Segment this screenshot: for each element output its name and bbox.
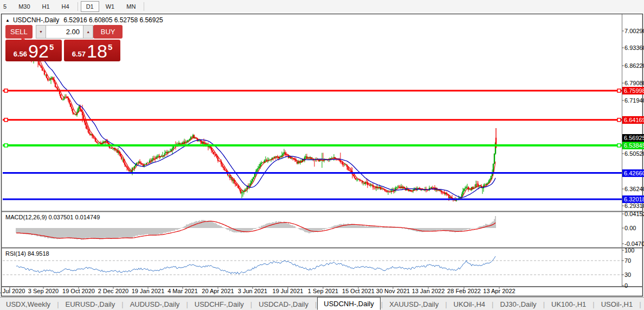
tab-usoil-h1[interactable]: USOil-,H1 xyxy=(595,299,639,310)
timeframe-button-h4[interactable]: H4 xyxy=(56,1,75,12)
volume-input[interactable] xyxy=(46,25,83,39)
level-line-handle[interactable] xyxy=(4,144,8,147)
moving-average-line xyxy=(34,46,495,197)
date-tick-label: 3 Sep 2020 xyxy=(28,288,59,294)
timeframe-button-w1[interactable]: W1 xyxy=(100,1,120,12)
price-label: 6.71940 xyxy=(624,97,644,104)
buy-button[interactable]: BUY xyxy=(93,25,123,39)
rsi-series xyxy=(16,256,495,274)
price-badge: 6.64169 xyxy=(622,116,644,124)
macd-label: 0.041528 xyxy=(624,211,644,217)
timeframe-button-m30[interactable]: M30 xyxy=(13,1,35,12)
buy-price-button[interactable]: 6.57185 xyxy=(64,40,120,61)
date-tick-label: 13 Apr 2022 xyxy=(483,288,515,294)
price-label: 6.86220 xyxy=(624,62,644,69)
rsi-label: 0 xyxy=(624,282,628,289)
buy-price-big: 18 xyxy=(87,42,107,60)
tab-separator: | xyxy=(445,300,447,308)
chart-window: ▲USDCNH-,Daily6.52916 6.60805 6.52758 6.… xyxy=(0,14,644,297)
price-badge: 6.75998 xyxy=(622,87,644,94)
date-tick-label: 2 Dec 2020 xyxy=(98,288,128,294)
buy-price-prefix: 6.57 xyxy=(72,50,86,58)
macd-indicator-label: MACD(12,26,9) 0.037501 0.014749 xyxy=(5,214,100,220)
tab-usdcnh-daily[interactable]: USDCNH-,Daily xyxy=(317,297,380,310)
tab-separator: | xyxy=(250,300,252,308)
sell-price-prefix: 6.56 xyxy=(14,50,27,58)
volume-decrease-button[interactable]: ▼ xyxy=(36,25,46,39)
tab-separator: | xyxy=(121,300,123,308)
rsi-label: 30 xyxy=(624,271,631,278)
level-line-handle[interactable] xyxy=(617,89,621,92)
date-tick-label: 3 Jun 2021 xyxy=(238,288,267,294)
tab-separator: | xyxy=(543,300,545,308)
macd-label: 0.00 xyxy=(624,225,636,231)
buy-price-sup: 5 xyxy=(108,42,112,52)
tab-separator: | xyxy=(186,300,188,308)
price-badge: 6.42660 xyxy=(622,169,644,177)
price-label: 6.50520 xyxy=(624,150,644,157)
sell-price-button[interactable]: 6.56925 xyxy=(5,40,62,61)
date-tick-label: 21 Jul 2020 xyxy=(0,288,25,294)
price-label: 7.00290 xyxy=(624,28,644,34)
tab-usdchf-daily[interactable]: USDCHF-,Daily xyxy=(189,299,250,310)
price-label: 6.93360 xyxy=(624,45,644,51)
rsi-line xyxy=(16,256,495,274)
macd-label: -0.04707 xyxy=(624,241,644,247)
date-tick-label: 13 Jan 2022 xyxy=(412,288,445,294)
level-line-handle[interactable] xyxy=(4,89,8,92)
tab-separator: | xyxy=(593,300,594,308)
tab-separator: | xyxy=(639,300,641,308)
date-tick-label: 28 Feb 2022 xyxy=(447,288,481,294)
sell-price-sup: 5 xyxy=(49,42,54,52)
date-tick-label: 20 Apr 2021 xyxy=(202,288,234,294)
tab-ukoil-h4[interactable]: UKOil-,H4 xyxy=(448,299,492,310)
timeframe-button-5[interactable]: 5 xyxy=(0,1,12,12)
chart-ohlc-values: 6.52916 6.60805 6.52758 6.56925 xyxy=(63,16,163,24)
toolbar-separator xyxy=(144,2,144,11)
tab-separator: | xyxy=(492,300,493,308)
level-line-handle[interactable] xyxy=(4,118,8,122)
chart-symbol-label: USDCNH-,Daily xyxy=(13,16,59,24)
tab-hk50-h1[interactable]: HK50-,H1 xyxy=(642,299,644,310)
rsi-indicator-label: RSI(14) 84.9518 xyxy=(5,250,49,257)
timeframe-button-h1[interactable]: H1 xyxy=(37,1,55,12)
date-tick-label: 19 Jan 2021 xyxy=(132,288,165,294)
date-tick-label: 15 Oct 2021 xyxy=(342,288,375,294)
volume-increase-button[interactable]: ▲ xyxy=(83,25,93,39)
date-tick-label: 1 Sep 2021 xyxy=(308,288,338,294)
timeframe-button-d1[interactable]: D1 xyxy=(81,1,99,12)
tab-separator: | xyxy=(57,300,59,308)
price-badge: 6.53845 xyxy=(622,142,644,149)
one-click-trading-panel: SELL ▼ ▲ BUY 6.56925 6.57185 xyxy=(5,25,123,61)
tab-usdx-weekly[interactable]: USDX,Weekly xyxy=(0,299,56,310)
price-label: 6.36240 xyxy=(624,186,644,192)
date-tick-label: 4 Mar 2021 xyxy=(168,288,198,294)
tab-separator: | xyxy=(381,300,383,308)
date-tick-label: 19 Jul 2021 xyxy=(273,288,304,294)
collapse-arrow-icon[interactable]: ▲ xyxy=(5,18,10,23)
date-tick-label: 19 Oct 2020 xyxy=(62,288,95,294)
chevron-down-icon: ▼ xyxy=(39,30,43,34)
price-label: 6.29310 xyxy=(624,203,644,209)
chart-title: ▲USDCNH-,Daily6.52916 6.60805 6.52758 6.… xyxy=(5,16,163,24)
chevron-up-icon: ▲ xyxy=(86,30,90,34)
tab-xauusd-daily[interactable]: XAUUSD-,Daily xyxy=(383,299,445,310)
trading-app-window: 5M30H1H4D1W1MN ▲USDCNH-,Daily6.52916 6.6… xyxy=(0,0,644,310)
price-label: 6.79080 xyxy=(624,80,644,86)
toolbar-separator xyxy=(78,2,78,11)
level-line-handle[interactable] xyxy=(617,118,621,122)
sell-button[interactable]: SELL xyxy=(5,25,33,39)
level-line-handle[interactable] xyxy=(617,144,621,147)
chart-tabs-bar: USDX,Weekly|EURUSD-,Daily|AUDUSD-,Daily|… xyxy=(0,297,644,310)
tab-uk100-h1[interactable]: UK100-,H1 xyxy=(545,299,592,310)
rsi-label: 70 xyxy=(624,257,631,264)
tab-audusd-daily[interactable]: AUDUSD-,Daily xyxy=(124,299,186,310)
sell-price-big: 92 xyxy=(28,42,49,60)
tab-eurusd-daily[interactable]: EURUSD-,Daily xyxy=(60,299,121,310)
tab-dj30-daily[interactable]: DJ30-,Daily xyxy=(494,299,542,310)
price-badge: 6.56925 xyxy=(622,134,644,142)
timeframe-button-mn[interactable]: MN xyxy=(121,1,141,12)
timeframe-toolbar: 5M30H1H4D1W1MN xyxy=(0,0,644,13)
tab-usdcad-daily[interactable]: USDCAD-,Daily xyxy=(253,299,314,310)
rsi-label: 100 xyxy=(624,247,634,254)
